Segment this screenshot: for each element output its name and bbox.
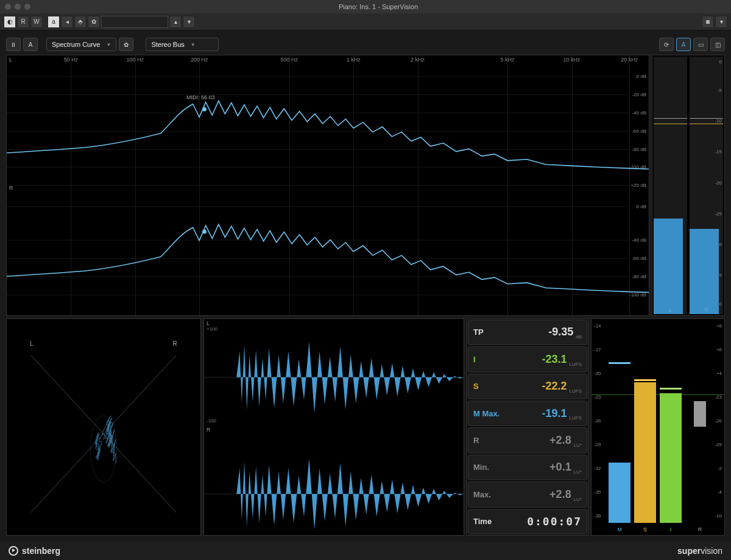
lb-tick: -38 [594, 513, 601, 519]
vendor-name: steinberg [22, 546, 60, 556]
window-titlebar: Piano: Ins. 1 - SuperVision [0, 0, 731, 13]
module-select-label: Spectrum Curve [52, 41, 100, 48]
min-label: Min. [473, 463, 505, 472]
m-value: -19.1 [505, 407, 567, 420]
lb-tick: -14 [594, 323, 601, 329]
ab-button[interactable]: a [48, 16, 60, 28]
loudness-max-row[interactable]: Max. +2.8 LU* [468, 481, 587, 507]
split-icon: ◫ [715, 41, 721, 48]
spectrum-display[interactable]: L R 50 Hz 100 Hz 200 Hz 500 Hz 1 kHz 2 k… [6, 55, 649, 316]
lb-tick: -17 [594, 347, 601, 352]
refresh-button[interactable]: ⟳ [659, 38, 674, 51]
bypass-button[interactable]: ◐ [4, 16, 16, 28]
preset-select[interactable] [101, 16, 168, 28]
loudness-r-row[interactable]: R +2.8 LU* [468, 427, 587, 453]
loudness-i-row[interactable]: I -23.1 LUFS [468, 346, 587, 372]
module-select[interactable]: Spectrum Curve ▼ [46, 38, 116, 51]
lb-i-label: I [670, 527, 672, 533]
max-unit: LU* [574, 497, 582, 502]
preset-menu-button[interactable]: ⬘ [74, 16, 87, 28]
meter-tick: -20 [715, 180, 722, 186]
loudness-time-row[interactable]: Time 0:00:07 [468, 509, 587, 534]
m-unit: LUFS [570, 415, 582, 421]
settings-button[interactable]: ✿ [88, 16, 100, 28]
s-label: S [473, 382, 505, 391]
peak-meter[interactable]: L 0 -5 -10 -15 -20 -25 -30 -35 -40 R [652, 55, 725, 316]
prev-preset-button[interactable]: ◂ [61, 16, 73, 28]
loudness-tp-row[interactable]: TP -9.35 dB [468, 320, 587, 345]
loudness-m-row[interactable]: M Max. -19.1 LUFS [468, 401, 587, 426]
lb-s-label: S [643, 527, 647, 533]
vectorscope-display[interactable]: L R [6, 318, 201, 536]
loudness-readout: TP -9.35 dB I -23.1 LUFS S -22.2 LUFS M … [467, 318, 588, 536]
lb-tick: -23 [715, 394, 722, 400]
tp-label: TP [473, 327, 505, 337]
waveform-display[interactable]: L +100 -100 R [203, 318, 464, 536]
loudness-bars-display[interactable]: -14 -17 -20 -23 -26 -29 -32 -35 -38 +8 +… [591, 318, 725, 536]
m-peak [609, 362, 630, 364]
tp-unit: dB [576, 334, 582, 340]
lb-tick: -35 [594, 489, 601, 495]
loudness-bar-s [634, 382, 656, 523]
window-title: Piano: Ins. 1 - SuperVision [30, 3, 726, 10]
s-unit: LUFS [570, 388, 582, 394]
chevron-down-icon: ▼ [106, 42, 111, 47]
lb-tick: -29 [715, 442, 722, 447]
peak-meter-right: 0 -5 -10 -15 -20 -25 -30 -35 -40 R [690, 57, 723, 314]
down-button[interactable]: ▾ [183, 16, 195, 28]
minimize-icon[interactable] [15, 4, 21, 10]
loudness-s-row[interactable]: S -22.2 LUFS [468, 374, 587, 399]
camera-icon: ◙ [706, 18, 710, 25]
loudness-min-row[interactable]: Min. +0.1 LU* [468, 455, 587, 480]
lb-tick: -29 [594, 442, 601, 447]
module-controls: ⏸ A Spectrum Curve ▼ ✿ Stereo Bus ▼ ⟳ A … [6, 37, 725, 52]
product-name-b: vision [701, 546, 722, 556]
r-unit: LU* [574, 443, 582, 448]
traffic-lights [5, 4, 30, 10]
max-label: Max. [473, 490, 505, 499]
tp-value: -9.35 [505, 326, 573, 338]
vendor-brand: steinberg [9, 546, 60, 556]
menu-button[interactable]: ▾ [715, 16, 727, 28]
a-button[interactable]: A [676, 38, 691, 51]
up-button[interactable]: ▴ [169, 16, 182, 28]
i-label: I [473, 355, 505, 364]
lb-tick: -10 [715, 513, 722, 519]
i-unit: LUFS [570, 362, 582, 367]
loudness-bar-i [660, 393, 682, 523]
min-value: +0.1 [505, 461, 571, 474]
meter-r-label: R [704, 307, 708, 313]
time-label: Time [473, 517, 505, 526]
channel-select[interactable]: Stereo Bus ▼ [146, 38, 219, 51]
write-automation-button[interactable]: W [30, 16, 43, 28]
meter-tick: 0 [719, 59, 722, 65]
pause-icon: ⏸ [10, 41, 16, 48]
m-label: M Max. [473, 409, 505, 418]
module-settings-button[interactable]: ✿ [119, 38, 133, 51]
zoom-icon[interactable] [24, 4, 30, 10]
product-name-a: super [677, 546, 701, 556]
product-name: supervision [677, 546, 722, 556]
meter-tick: -5 [718, 88, 722, 93]
min-unit: LU* [574, 469, 582, 475]
i-peak [660, 388, 682, 390]
plugin-main: ⏸ A Spectrum Curve ▼ ✿ Stereo Bus ▼ ⟳ A … [0, 30, 731, 542]
refresh-icon: ⟳ [664, 41, 669, 48]
loudness-bar-m [609, 463, 630, 523]
read-automation-button[interactable]: R [17, 16, 29, 28]
meter-tick: -15 [715, 149, 722, 155]
lb-tick: +4 [716, 371, 722, 376]
close-icon[interactable] [5, 4, 11, 10]
peak-meter-left: L [654, 57, 687, 314]
meter-tick: -25 [715, 211, 722, 217]
pause-button[interactable]: ⏸ [6, 38, 21, 51]
layout-1-button[interactable]: ▭ [693, 38, 708, 51]
r-value: +2.8 [505, 434, 571, 447]
lb-tick: -2 [718, 466, 722, 471]
screenshot-button[interactable]: ◙ [702, 16, 714, 28]
hold-button[interactable]: A [23, 38, 38, 51]
loudness-bar-r [694, 401, 706, 427]
layout-2-button[interactable]: ◫ [710, 38, 725, 51]
chevron-down-icon: ▼ [191, 42, 196, 47]
channel-select-label: Stereo Bus [151, 41, 184, 48]
